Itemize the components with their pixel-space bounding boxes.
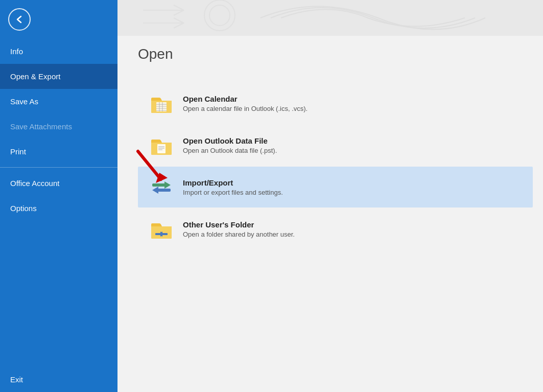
sidebar-item-info[interactable]: Info <box>0 39 117 64</box>
other-users-folder-icon <box>148 217 175 241</box>
import-export-row: Import/Export Import or export files and… <box>138 167 533 207</box>
sidebar-item-save-attachments: Save Attachments <box>0 114 117 139</box>
open-calendar-icon <box>148 91 175 116</box>
header-decoration <box>117 0 543 36</box>
main-content: Open Open Cale <box>117 0 543 392</box>
import-export-item[interactable]: Import/Export Import or export files and… <box>138 167 533 207</box>
svg-rect-17 <box>157 189 171 192</box>
svg-rect-15 <box>152 183 166 187</box>
svg-marker-16 <box>164 181 171 189</box>
other-users-folder-item[interactable]: Other User's Folder Open a folder shared… <box>138 209 533 249</box>
sidebar-item-options[interactable]: Options <box>0 196 117 221</box>
svg-rect-2 <box>156 102 167 111</box>
sidebar-item-print[interactable]: Print <box>0 139 117 164</box>
open-outlook-data-item[interactable]: Open Outlook Data File Open an Outlook d… <box>138 125 533 166</box>
other-users-folder-text: Other User's Folder Open a folder shared… <box>183 220 295 238</box>
sidebar-item-office-account[interactable]: Office Account <box>0 171 117 196</box>
page-title-area: Open <box>117 36 543 83</box>
back-icon <box>8 8 31 31</box>
page-title: Open <box>138 46 523 62</box>
import-export-text: Import/Export Import or export files and… <box>183 178 283 196</box>
open-outlook-data-text: Open Outlook Data File Open an Outlook d… <box>183 136 277 154</box>
open-items-list: Open Calendar Open a calendar file in Ou… <box>117 83 543 249</box>
open-outlook-data-icon <box>148 133 175 157</box>
svg-rect-9 <box>157 144 166 153</box>
sidebar-spacer <box>0 221 117 367</box>
nav-divider <box>0 167 117 168</box>
open-calendar-text: Open Calendar Open a calendar file in Ou… <box>183 95 308 112</box>
open-calendar-item[interactable]: Open Calendar Open a calendar file in Ou… <box>138 83 533 124</box>
sidebar-item-save-as[interactable]: Save As <box>0 89 117 114</box>
sidebar: Info Open & Export Save As Save Attachme… <box>0 0 117 392</box>
import-export-icon <box>148 175 175 199</box>
svg-point-1 <box>209 5 230 26</box>
svg-marker-18 <box>152 187 158 194</box>
sidebar-item-open-export[interactable]: Open & Export <box>0 64 117 89</box>
sidebar-item-exit[interactable]: Exit <box>0 367 117 392</box>
back-button[interactable] <box>4 4 35 35</box>
